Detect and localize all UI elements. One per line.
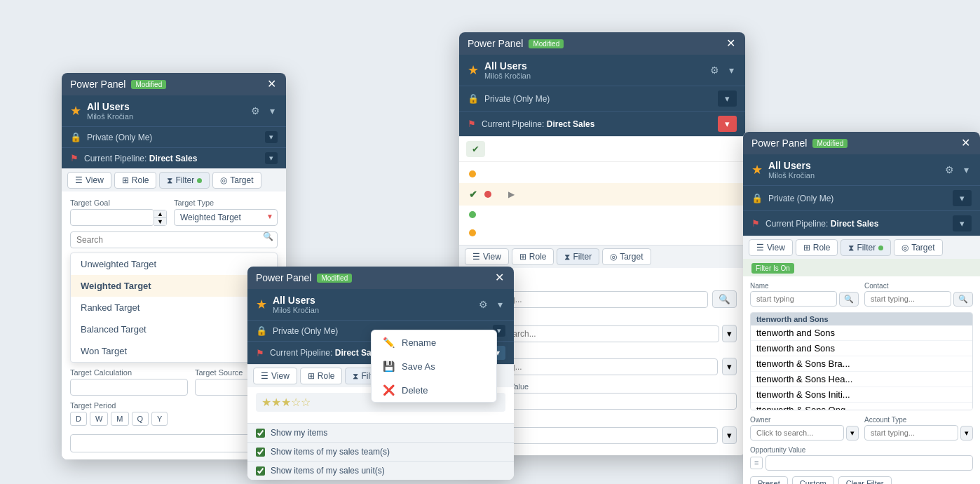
panel3-tab-target[interactable]: ◎ Target — [602, 248, 651, 265]
context-menu-save-as[interactable]: 💾 Save As — [372, 354, 496, 378]
panel2-show-team-items-checkbox[interactable] — [256, 448, 265, 457]
panel1-pipeline-row[interactable]: ⚑ Current Pipeline: Direct Sales ▾ — [62, 147, 286, 168]
panel3-due-step-expand-btn[interactable]: ▾ — [722, 426, 737, 444]
panel4-acc-type-input[interactable] — [864, 425, 958, 441]
panel1-dropdown-item-unweighted[interactable]: Unweighted Target — [71, 253, 277, 275]
panel2-settings-button[interactable]: ⚙ — [476, 297, 491, 311]
panel4-user-row: ★ All Users Miloš Kročian ⚙ ▾ — [743, 154, 980, 185]
panel1-period-d[interactable]: D — [70, 412, 87, 426]
panel1-period-y[interactable]: Y — [151, 412, 168, 426]
panel4-preset-button[interactable]: Preset — [750, 476, 788, 484]
panel4-tab-view[interactable]: ☰ View — [749, 239, 793, 256]
panel4-company-row-2[interactable]: ttenworth and Sons — [751, 341, 972, 356]
panel4-opp-value-input[interactable] — [765, 455, 973, 471]
panel2-tab-role[interactable]: ⊞ Role — [300, 368, 343, 384]
panel1-view-icon: ☰ — [75, 175, 83, 185]
panel3-owner-expand-btn[interactable]: ▾ — [722, 325, 737, 342]
panel3-pipeline-item-ld[interactable] — [459, 206, 745, 224]
panel3-tab-role[interactable]: ⊞ Role — [512, 248, 554, 265]
panel1-target-type-select[interactable]: Weighted Target — [174, 209, 278, 226]
panel1-financial-year-input[interactable]: Current Financial Year — [70, 434, 278, 452]
panel3-pipeline-item-cs[interactable] — [459, 165, 745, 183]
panel4-company-row-1[interactable]: ttenworth and Sons — [751, 325, 972, 341]
panel4-company-list-header: ttenworth and Sons — [751, 313, 972, 325]
panel1-tab-role[interactable]: ⊞ Role — [114, 172, 157, 189]
panel4-company-list[interactable]: ttenworth and Sons ttenworth and Sons tt… — [750, 312, 973, 410]
panel4-owner-expand-btn[interactable]: ▾ — [846, 426, 859, 441]
panel4-name-search-btn[interactable]: 🔍 — [839, 292, 859, 307]
panel1-tab-target[interactable]: ◎ Target — [212, 172, 261, 189]
panel1-close-button[interactable]: ✕ — [266, 79, 278, 90]
panel3-pipeline-item-sp[interactable] — [459, 224, 745, 242]
panel4-contact-search-btn[interactable]: 🔍 — [953, 292, 973, 307]
panel1-search-input[interactable] — [70, 231, 278, 248]
panel3-pipeline-chevron[interactable]: ▾ — [718, 116, 737, 132]
panel4-company-row-3[interactable]: ttenworth & Sons Bra... — [751, 356, 972, 372]
panel3-tab-filter[interactable]: ⧗ Filter — [557, 248, 599, 265]
panel3-pipeline-item-ds[interactable]: ✔ ▶ — [459, 183, 745, 206]
panel1-expand-button[interactable]: ▾ — [267, 104, 278, 118]
panel4-close-button[interactable]: ✕ — [960, 137, 972, 149]
context-menu-rename[interactable]: ✏️ Rename — [372, 330, 496, 354]
panel4-company-row-6[interactable]: ttenworth & Sons Ong... — [751, 403, 972, 410]
panel3-pipeline-row[interactable]: ⚑ Current Pipeline: Direct Sales ▾ — [459, 111, 745, 136]
panel3-name-search-btn[interactable]: 🔍 — [712, 290, 737, 308]
panel1-goal-down-btn[interactable]: ▼ — [154, 218, 166, 225]
panel1-target-calc-input[interactable]: Opportunity value — [70, 379, 188, 396]
panel4-tab-target[interactable]: ◎ Target — [894, 239, 942, 256]
panel1-dropdown-item-won[interactable]: Won Target — [71, 340, 277, 362]
panel3-close-button[interactable]: ✕ — [725, 38, 737, 49]
panel4-tab-filter[interactable]: ⧗ Filter — [841, 239, 891, 256]
panel3-private-row[interactable]: 🔒 Private (Only Me) ▾ — [459, 86, 745, 111]
panel3-settings-button[interactable]: ⚙ — [707, 63, 722, 77]
panel2-private-left: 🔒 Private (Only Me) — [256, 325, 338, 336]
panel2-expand-button[interactable]: ▾ — [495, 297, 505, 311]
panel4-acc-type-expand-btn[interactable]: ▾ — [960, 426, 973, 441]
panel2-title: Power Panel — [256, 272, 311, 283]
panel4-private-row[interactable]: 🔒 Private (Only Me) ▾ — [743, 185, 980, 210]
panel3-acc-type-expand-btn[interactable]: ▾ — [722, 358, 737, 375]
panel1-target-goal-input[interactable]: 500000 — [70, 209, 154, 226]
panel1-goal-up-btn[interactable]: ▲ — [154, 210, 166, 218]
panel4-custom-button[interactable]: Custom — [792, 476, 834, 484]
panel4-tab-role[interactable]: ⊞ Role — [796, 239, 838, 256]
panel1-period-w[interactable]: W — [90, 412, 108, 426]
panel2-show-unit-items-checkbox[interactable] — [256, 466, 265, 476]
context-menu-delete[interactable]: ❌ Delete — [372, 378, 496, 402]
panel3-tab-view[interactable]: ☰ View — [465, 248, 509, 265]
panel1-dropdown-item-balanced[interactable]: Balanced Target — [71, 318, 277, 340]
panel4-settings-button[interactable]: ⚙ — [942, 163, 957, 177]
panel4-company-1: ttenworth and Sons — [756, 328, 835, 338]
panel1-private-row[interactable]: 🔒 Private (Only Me) ▾ — [62, 126, 286, 147]
panel1-private-chevron[interactable]: ▾ — [265, 131, 278, 143]
panel4-clear-filter-button[interactable]: Clear Filter — [838, 476, 892, 484]
panel4-filter-icon: ⧗ — [848, 243, 854, 253]
panel2-tab-view[interactable]: ☰ View — [253, 368, 297, 384]
panel1-target-calc-group: Target Calculation Opportunity value — [70, 368, 188, 396]
panel1-pipeline-chevron[interactable]: ▾ — [265, 152, 278, 164]
panel3-expand-button[interactable]: ▾ — [726, 63, 737, 77]
panel1-dropdown-item-ranked[interactable]: Ranked Target — [71, 297, 277, 318]
panel2-close-button[interactable]: ✕ — [494, 272, 505, 283]
panel4-contact-input[interactable] — [864, 291, 951, 307]
panel4-owner-input[interactable] — [750, 425, 844, 441]
panel3-tab-filter-label: Filter — [573, 252, 592, 262]
panel2-show-my-items-checkbox[interactable] — [256, 429, 265, 438]
panel1-dropdown-item-weighted[interactable]: Weighted Target — [71, 275, 277, 297]
panel4-pipeline-chevron[interactable]: ▾ — [953, 215, 972, 231]
panel3-private-chevron[interactable]: ▾ — [718, 90, 737, 107]
panel3-opp-value-input[interactable] — [505, 393, 737, 410]
save-as-icon: 💾 — [383, 361, 395, 372]
panel4-expand-button[interactable]: ▾ — [961, 163, 972, 177]
panel4-company-row-4[interactable]: ttenworth & Sons Hea... — [751, 372, 972, 387]
panel1-period-q[interactable]: Q — [132, 412, 149, 426]
panel4-private-chevron[interactable]: ▾ — [953, 190, 972, 206]
panel1-tab-view[interactable]: ☰ View — [67, 172, 111, 189]
panel1-period-m[interactable]: M — [111, 412, 128, 426]
panel1-tab-filter[interactable]: ⧗ Filter — [159, 172, 210, 189]
panel4-pipeline-row[interactable]: ⚑ Current Pipeline: Direct Sales ▾ — [743, 210, 980, 236]
panel4-company-row-5[interactable]: ttenworth & Sons Initi... — [751, 387, 972, 403]
panel4-filter-actions-row: Preset Custom Clear Filter — [750, 476, 973, 484]
panel1-settings-button[interactable]: ⚙ — [248, 104, 263, 118]
panel4-name-input[interactable] — [750, 291, 837, 307]
